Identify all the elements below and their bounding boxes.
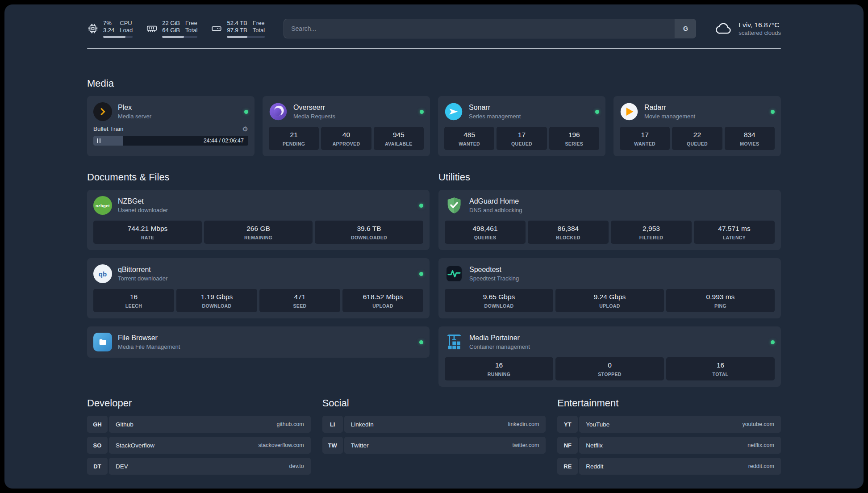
stat-tile: 618.52 Mbps UPLOAD — [342, 289, 423, 312]
stat-value: 471 — [261, 292, 338, 301]
stat-label: LATENCY — [696, 234, 773, 241]
bookmark-stackoverflow[interactable]: SO StackOverflow stackoverflow.com — [87, 437, 311, 454]
stat-tile: 16 LEECH — [93, 289, 174, 312]
bookmark-url: github.com — [277, 421, 304, 427]
service-title: Media Portainer — [469, 334, 530, 343]
stat-value: 0 — [557, 361, 662, 370]
weather-location: Lviv, 16.87°C — [739, 21, 781, 29]
bookmark-name: StackOverflow — [116, 442, 154, 449]
disk-widget: 52.4 TB 97.9 TB Free Total — [211, 20, 265, 38]
bookmark-github[interactable]: GH Github github.com — [87, 416, 311, 433]
status-dot — [244, 110, 248, 114]
section-title-media: Media — [87, 78, 781, 89]
ram-icon — [146, 23, 158, 34]
stat-tile: 16 TOTAL — [666, 357, 775, 380]
stat-label: TOTAL — [668, 371, 773, 377]
service-subtitle: Movie management — [644, 113, 695, 120]
service-subtitle: Media Requests — [293, 113, 335, 120]
stat-label: MOVIES — [726, 141, 773, 147]
playback-progress-bar[interactable]: 24:44 / 02:06:47 — [93, 136, 248, 146]
service-card-overseerr[interactable]: Overseerr Media Requests 21 PENDING 40 A… — [263, 96, 430, 156]
service-card-nzbget[interactable]: nzbget NZBGet Usenet downloader 744.21 M… — [87, 190, 430, 250]
service-card-plex[interactable]: Plex Media server Bullet Train ⚙ 24:44 — [87, 96, 255, 156]
stat-label: QUEUED — [498, 141, 545, 147]
ram-widget: 22 GiB 64 GiB Free Total — [146, 20, 197, 38]
service-card-radarr[interactable]: Radarr Movie management 17 WANTED 22 QUE… — [613, 96, 781, 156]
stat-tile: 9.65 Gbps DOWNLOAD — [445, 289, 553, 312]
search-input[interactable] — [284, 19, 675, 38]
bookmark-abbr: YT — [557, 416, 578, 433]
gear-icon[interactable]: ⚙ — [242, 125, 248, 132]
bookmark-youtube[interactable]: YT YouTube youtube.com — [557, 416, 781, 433]
disk-free: 52.4 TB — [227, 20, 247, 26]
stat-tile: 9.24 Gbps UPLOAD — [555, 289, 664, 312]
service-card-filebrowser[interactable]: File Browser Media File Management — [87, 326, 430, 358]
service-title: Overseerr — [293, 103, 335, 112]
bookmark-group-social: Social LI LinkedIn linkedin.com TW Twitt… — [322, 397, 546, 479]
stat-label: DOWNLOAD — [178, 303, 255, 309]
service-title: Radarr — [644, 103, 695, 112]
service-subtitle: Series management — [469, 113, 521, 120]
pause-icon[interactable] — [97, 138, 100, 143]
stat-value: 266 GB — [206, 224, 311, 233]
bookmark-twitter[interactable]: TW Twitter twitter.com — [322, 437, 546, 454]
disk-label-1: Free — [253, 20, 265, 26]
ram-bar — [162, 36, 197, 38]
disk-label-2: Total — [253, 27, 265, 33]
stat-label: WANTED — [622, 141, 668, 147]
cpu-widget: 7% 3.24 CPU Load — [87, 20, 133, 38]
bookmark-url: twitter.com — [513, 442, 539, 448]
bookmark-link: StackOverflow stackoverflow.com — [109, 437, 311, 454]
stat-value: 485 — [446, 130, 492, 139]
nzbget-icon: nzbget — [93, 196, 112, 215]
service-card-qbittorrent[interactable]: qb qBittorrent Torrent downloader 16 LEE… — [87, 258, 430, 318]
search-provider-button[interactable]: G — [675, 19, 696, 38]
service-title: qBittorrent — [118, 265, 167, 274]
bookmark-abbr: NF — [557, 437, 578, 454]
service-title: AdGuard Home — [469, 197, 522, 206]
bookmark-name: Twitter — [351, 442, 369, 449]
playback-progress-fill — [93, 136, 123, 146]
stat-value: 40 — [323, 130, 369, 139]
bookmark-link: YouTube youtube.com — [579, 416, 781, 433]
service-subtitle: Speedtest Tracking — [469, 275, 519, 282]
bookmark-netflix[interactable]: NF Netflix netflix.com — [557, 437, 781, 454]
service-title: Speedtest — [469, 265, 519, 274]
stat-value: 945 — [376, 130, 422, 139]
stat-value: 21 — [271, 130, 317, 139]
topbar-divider — [87, 48, 781, 49]
playback-time: 24:44 / 02:06:47 — [204, 138, 244, 144]
section-documents: Documents & Files nzbget NZBGet Usenet d… — [87, 171, 430, 358]
service-card-speedtest[interactable]: Speedtest Speedtest Tracking 9.65 Gbps D… — [438, 258, 781, 318]
stat-tile: 40 APPROVED — [321, 127, 371, 150]
stat-tile: 86,384 BLOCKED — [528, 221, 609, 244]
overseerr-icon — [269, 102, 288, 121]
bookmark-linkedin[interactable]: LI LinkedIn linkedin.com — [322, 416, 546, 433]
stat-value: 618.52 Mbps — [344, 292, 421, 301]
service-card-sonarr[interactable]: Sonarr Series management 485 WANTED 17 Q… — [438, 96, 605, 156]
bookmark-group-developer: Developer GH Github github.com SO StackO… — [87, 397, 311, 479]
status-dot — [419, 272, 423, 276]
stat-tile: 266 GB REMAINING — [204, 221, 313, 244]
bookmark-name: Netflix — [586, 442, 603, 449]
bookmark-dev[interactable]: DT DEV dev.to — [87, 458, 311, 475]
service-card-portainer[interactable]: Media Portainer Container management 16 … — [438, 326, 781, 387]
stat-tile: 1.19 Gbps DOWNLOAD — [176, 289, 257, 312]
bookmark-reddit[interactable]: RE Reddit reddit.com — [557, 458, 781, 475]
stat-tile: 0 STOPPED — [555, 357, 664, 380]
stat-tile: 39.6 TB DOWNLOADED — [315, 221, 423, 244]
bookmark-group-entertainment: Entertainment YT YouTube youtube.com NF … — [557, 397, 781, 479]
portainer-icon — [445, 333, 463, 351]
stat-value: 16 — [447, 361, 551, 370]
stat-value: 16 — [668, 361, 773, 370]
dashboard-window: 7% 3.24 CPU Load — [4, 4, 864, 489]
disk-bar — [227, 36, 265, 38]
stat-label: PING — [668, 303, 773, 309]
stat-tile: 0.993 ms PING — [666, 289, 775, 312]
disk-total: 97.9 TB — [227, 27, 247, 33]
ram-free: 22 GiB — [162, 20, 180, 26]
bookmark-url: dev.to — [289, 463, 304, 469]
plex-now-playing: Bullet Train ⚙ 24:44 / 02:06:47 — [93, 125, 248, 146]
service-card-adguard[interactable]: AdGuard Home DNS and adblocking 498,461 … — [438, 190, 781, 250]
status-dot — [420, 110, 424, 114]
